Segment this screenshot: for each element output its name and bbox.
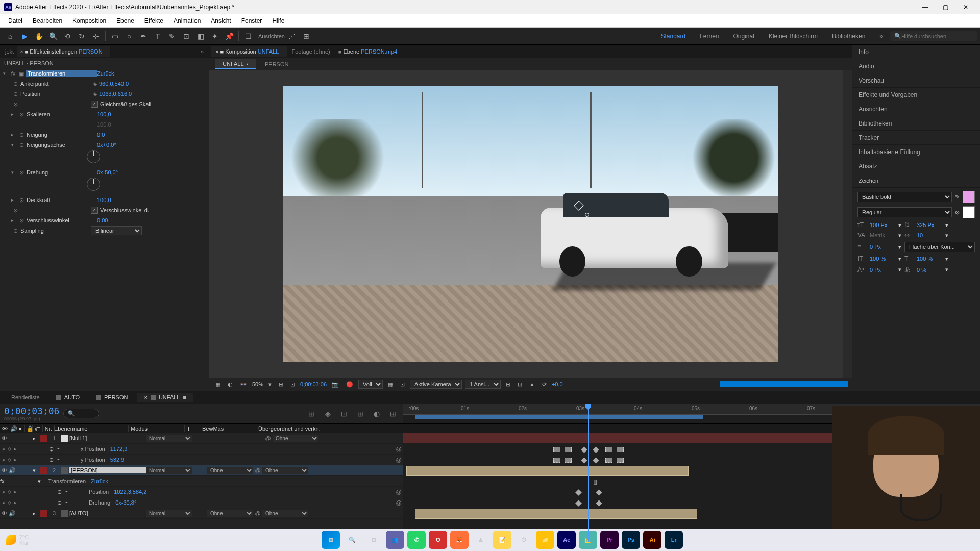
- tab-person[interactable]: PERSON: [89, 393, 135, 402]
- ellipse-tool[interactable]: ○: [122, 30, 136, 43]
- hand-tool[interactable]: ✋: [32, 30, 45, 43]
- workspace-lernen[interactable]: Lernen: [693, 31, 726, 42]
- brush-tool[interactable]: ✎: [165, 30, 179, 43]
- chess-app[interactable]: ♟: [472, 531, 490, 549]
- roi-icon[interactable]: ⊡: [398, 380, 407, 389]
- snap-opts-icon[interactable]: ⋰: [285, 30, 299, 43]
- views-select[interactable]: 1 Ansi...: [465, 380, 501, 389]
- tab-project[interactable]: jekt: [2, 46, 17, 57]
- vc-icon3[interactable]: ▲: [527, 380, 537, 388]
- graph-editor-icon[interactable]: ⊞: [387, 408, 399, 420]
- opacity-value[interactable]: 100,0: [97, 197, 111, 203]
- uniform-scale-checkbox[interactable]: ✓: [91, 101, 98, 108]
- panel-align[interactable]: Ausrichten: [852, 102, 980, 116]
- prop-transform[interactable]: fx▾TransformierenZurück: [0, 476, 403, 487]
- tab-footage[interactable]: Footage (ohne): [287, 46, 334, 57]
- notes-app[interactable]: 📝: [493, 531, 511, 549]
- menu-ebene[interactable]: Ebene: [111, 15, 139, 27]
- composition-viewer[interactable]: [209, 70, 852, 378]
- snapshot-icon[interactable]: 📷: [330, 380, 341, 389]
- motion-blur-icon[interactable]: ◐: [371, 408, 383, 420]
- timeline-timecode[interactable]: 0;00;03;06: [4, 406, 59, 416]
- resolution-select[interactable]: Voll: [358, 380, 383, 389]
- panel-character[interactable]: Zeichen≡: [852, 173, 980, 188]
- panel-audio[interactable]: Audio: [852, 59, 980, 73]
- maximize-button[interactable]: ▢: [935, 0, 955, 14]
- scale-value[interactable]: 100,0: [97, 111, 111, 117]
- camera-select[interactable]: Aktive Kamera: [410, 380, 462, 389]
- panel-effects[interactable]: Effekte und Vorgaben: [852, 88, 980, 102]
- subtab-unfall[interactable]: UNFALL ‹: [215, 59, 256, 69]
- weather-widget[interactable]: 7°CKlar: [6, 534, 29, 546]
- tab-composition[interactable]: × ■ Komposition UNFALL ≡: [211, 46, 287, 57]
- panel-libraries[interactable]: Bibliotheken: [852, 116, 980, 131]
- whatsapp-app[interactable]: ✆: [407, 531, 426, 549]
- font-size[interactable]: 100 Px: [870, 222, 895, 228]
- opera-app[interactable]: O: [429, 531, 447, 549]
- puppet-tool[interactable]: 📌: [223, 30, 236, 43]
- firefox-app[interactable]: 🦊: [450, 531, 469, 549]
- panel-contentfill[interactable]: Inhaltsbasierte Füllung: [852, 145, 980, 159]
- 3d-icon[interactable]: 👓: [238, 380, 249, 389]
- lr-app[interactable]: Lr: [665, 531, 683, 549]
- layer-auto[interactable]: 👁🔊▸3[AUTO]NormalOhne@Ohne: [0, 508, 403, 519]
- effect-reset[interactable]: Zurück: [97, 70, 114, 77]
- stroke-width[interactable]: 0 Px: [870, 244, 895, 250]
- workspace-standard[interactable]: Standard: [653, 31, 693, 42]
- frame-blend-icon[interactable]: ⊞: [354, 408, 366, 420]
- shutter-value[interactable]: 0,00: [97, 217, 108, 223]
- playhead[interactable]: [588, 404, 589, 542]
- anchor-tool[interactable]: ⊹: [89, 30, 103, 43]
- hscale-value[interactable]: 100 %: [917, 256, 942, 262]
- explorer-app[interactable]: 📁: [536, 531, 554, 549]
- tab-layer[interactable]: ■ Ebene PERSON.mp4: [334, 46, 402, 57]
- alpha-icon[interactable]: ▦: [213, 380, 223, 389]
- clone-tool[interactable]: ⊡: [180, 30, 193, 43]
- shutter-checkbox[interactable]: ✓: [91, 207, 98, 214]
- tab-auto[interactable]: AUTO: [49, 393, 87, 402]
- position-value[interactable]: 1063,0,616,0: [99, 91, 132, 97]
- style-select[interactable]: Regular: [857, 207, 952, 217]
- menu-animation[interactable]: Animation: [168, 15, 206, 27]
- panel-tracker[interactable]: Tracker: [852, 131, 980, 145]
- vscale-value[interactable]: 100 %: [870, 256, 895, 262]
- search-button[interactable]: 🔍: [343, 531, 361, 549]
- sampling-select[interactable]: Bilinear: [91, 226, 142, 235]
- menu-komposition[interactable]: Komposition: [67, 15, 111, 27]
- selection-tool[interactable]: ▶: [18, 30, 31, 43]
- timer-app[interactable]: ⏱: [514, 531, 533, 549]
- rect-tool[interactable]: ▭: [108, 30, 121, 43]
- work-area[interactable]: [415, 415, 703, 419]
- panel-paragraph[interactable]: Absatz: [852, 159, 980, 173]
- panel-info[interactable]: Info: [852, 45, 980, 59]
- zoom-value[interactable]: 50%: [252, 381, 263, 387]
- layer-null1[interactable]: 👁▸1[Null 1]Normal@Ohne: [0, 433, 403, 444]
- menu-hilfe[interactable]: Hilfe: [267, 15, 289, 27]
- ai-app[interactable]: Ai: [643, 531, 662, 549]
- kerning-value[interactable]: Metrik: [870, 232, 895, 238]
- vc-icon2[interactable]: ⊡: [516, 380, 524, 389]
- menu-bearbeiten[interactable]: Bearbeiten: [28, 15, 67, 27]
- fill-swatch[interactable]: [963, 191, 975, 203]
- stroke-mode-select[interactable]: Fläche über Kon...: [904, 242, 975, 252]
- rotation-dial[interactable]: [87, 178, 100, 191]
- exposure-value[interactable]: +0,0: [552, 381, 563, 387]
- skewaxis-dial[interactable]: [87, 150, 100, 163]
- ae-app[interactable]: Ae: [557, 531, 576, 549]
- skew-value[interactable]: 0,0: [97, 132, 105, 138]
- workspace-kleiner[interactable]: Kleiner Bildschirm: [762, 31, 825, 42]
- tracking-value[interactable]: 10: [917, 232, 942, 238]
- start-button[interactable]: ⊞: [322, 531, 340, 549]
- ps-app[interactable]: Ps: [622, 531, 640, 549]
- layer-person[interactable]: 👁🔊▾2[PERSON]NormalOhne@Ohne: [0, 465, 403, 476]
- transparency-icon[interactable]: ▦: [386, 380, 395, 389]
- rotate-tool[interactable]: ↻: [75, 30, 88, 43]
- prop-xposition[interactable]: ◂◇▸⊙~x Position1172,9@: [0, 444, 403, 455]
- pr-app[interactable]: Pr: [600, 531, 619, 549]
- draft3d-icon[interactable]: ◈: [322, 408, 334, 420]
- baseline-value[interactable]: 0 Px: [870, 267, 895, 273]
- minimize-button[interactable]: —: [915, 0, 935, 14]
- close-button[interactable]: ✕: [955, 0, 976, 14]
- anchor-value[interactable]: 960,0,540,0: [99, 81, 129, 87]
- stroke-swatch[interactable]: [963, 206, 975, 218]
